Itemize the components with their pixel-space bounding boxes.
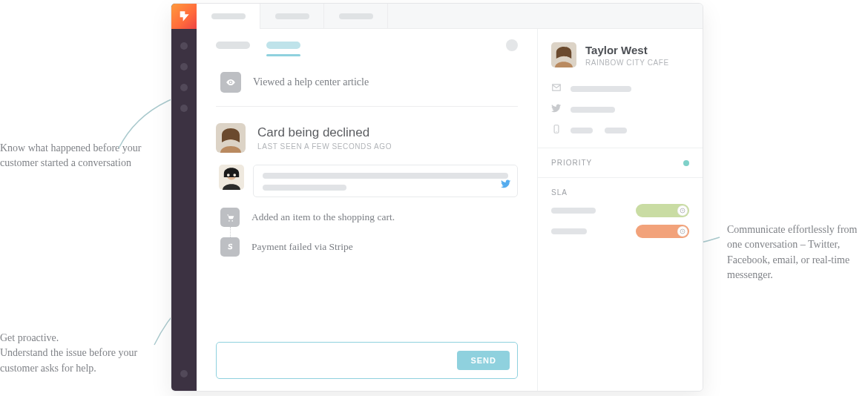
customer-name: Taylor West [585,44,669,56]
top-tab[interactable] [260,4,324,29]
twitter-icon [551,103,563,116]
svg-point-13 [556,131,556,132]
conversation-header: Card being declined LAST SEEN A FEW SECO… [216,123,518,153]
customer-avatar [216,123,246,153]
top-tab[interactable] [324,4,388,29]
agent-avatar [219,165,244,190]
activity-event-text: Viewed a help center article [253,76,369,88]
app-window: Viewed a help center article Card being … [171,3,703,392]
sla-label: SLA [551,188,568,197]
rail-item[interactable] [180,370,188,377]
priority-status-dot [683,160,689,166]
sla-row [551,225,689,238]
activity-timeline: Added an item to the shopping cart. Paym… [220,208,518,257]
customer-avatar-small [551,42,576,67]
nav-rail [171,4,197,391]
message-composer[interactable]: SEND [216,342,518,379]
sla-pill-warn[interactable] [636,225,689,238]
app-logo[interactable] [171,4,197,29]
channel-twitter[interactable] [551,103,689,116]
conversation-pane: Viewed a help center article Card being … [197,29,538,391]
twitter-icon [501,179,511,192]
priority-section: PRIORITY [551,159,689,167]
email-icon [551,82,563,96]
annotation-before-convo: Know what happened before your customer … [0,141,148,171]
timeline-step: Added an item to the shopping cart. [220,208,518,227]
subtab-status-dot [506,39,518,51]
subtab[interactable] [216,42,250,49]
customer-header: Taylor West RAINBOW CITY CAFE [551,42,689,67]
top-tabbar [197,4,703,29]
timeline-step-text: Payment failed via Stripe [251,241,353,253]
sla-pill-ok[interactable] [636,204,689,217]
phone-icon [551,124,563,137]
rail-item[interactable] [180,105,188,112]
message-bubble[interactable] [253,165,518,197]
annotation-proactive: Get proactive. Understand the issue befo… [0,331,156,376]
send-button[interactable]: SEND [457,351,510,370]
activity-event: Viewed a help center article [220,72,518,93]
customer-panel: Taylor West RAINBOW CITY CAFE PRIORITY [538,29,703,391]
conversation-subtabs [216,39,518,51]
timeline-step: Payment failed via Stripe [220,237,518,257]
clock-icon [677,226,688,237]
rail-item[interactable] [180,84,188,91]
svg-point-6 [227,174,230,176]
timeline-step-text: Added an item to the shopping cart. [251,211,395,223]
inbound-message [219,165,518,197]
rail-item[interactable] [180,63,188,70]
sla-section: SLA [551,188,689,197]
eye-icon [220,72,241,93]
top-tab[interactable] [197,4,260,29]
svg-point-0 [230,82,231,83]
rail-item[interactable] [180,42,188,50]
sla-row [551,204,689,217]
channel-phone[interactable] [551,124,689,137]
svg-point-7 [233,174,236,176]
conversation-last-seen: LAST SEEN A FEW SECONDS AGO [257,142,392,151]
svg-point-8 [228,220,230,221]
svg-point-9 [231,220,233,221]
subtab-active[interactable] [266,42,300,49]
clock-icon [677,205,688,216]
customer-org: RAINBOW CITY CAFE [585,59,669,67]
channel-email[interactable] [551,82,689,96]
priority-label: PRIORITY [551,159,592,167]
cart-icon [220,208,240,227]
annotation-communicate: Communicate effortlessly from one conver… [727,222,864,283]
conversation-subject: Card being declined [257,125,392,140]
stripe-icon [220,237,240,257]
